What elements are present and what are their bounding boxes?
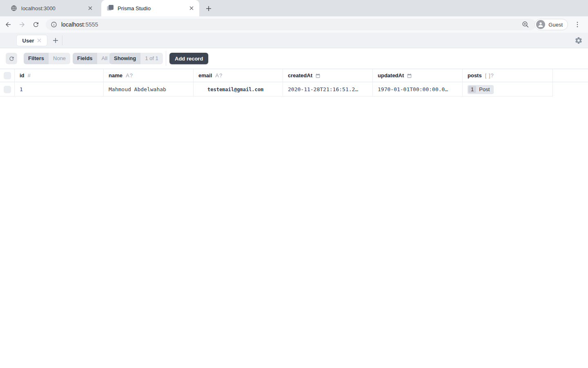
select-all-checkbox[interactable] [4,72,11,79]
zoom-in-icon[interactable] [522,21,529,28]
column-header-updatedAt[interactable]: updatedAt [373,69,463,82]
avatar-icon [536,20,545,29]
url-text: localhost:5555 [61,21,98,28]
tab-close-icon[interactable] [188,4,195,12]
column-header-name[interactable]: name A? [104,69,194,82]
add-record-button[interactable]: Add record [169,53,208,64]
column-header-posts[interactable]: posts [ ]? [463,69,553,82]
browser-tab-strip: localhost:3000 Prisma Studio [0,0,588,16]
filters-control[interactable]: Filters None [24,53,70,64]
prisma-logo-icon [107,5,114,11]
url-host: localhost [61,21,84,28]
studio-model-tabbar: User [0,33,588,48]
forward-icon[interactable] [16,19,28,30]
kebab-menu-icon[interactable] [572,20,582,29]
profile-button[interactable]: Guest [535,19,568,30]
divider [166,51,166,66]
back-icon[interactable] [2,19,14,30]
relation-badge[interactable]: 1 Post [468,85,494,94]
row-checkbox[interactable] [4,86,11,93]
model-tab-user[interactable]: User [16,35,47,46]
add-model-tab-icon[interactable] [51,36,60,45]
browser-toolbar: localhost:5555 Guest [0,16,588,33]
row-filler [553,82,588,96]
fields-control[interactable]: Fields All [73,53,112,64]
model-tab-close-icon[interactable] [37,38,41,43]
tab-title: localhost:3000 [21,5,87,11]
studio-action-bar: Filters None Fields All Showing 1 of 1 A… [0,48,588,69]
divider [62,36,62,45]
table-row[interactable]: 1 Mahmoud Abdelwahab testemail@gmail.com… [0,82,588,96]
select-all-cell [0,69,15,82]
row-select-cell [0,82,15,96]
cell-updatedAt[interactable]: 1970-01-01T00:00:00.0… [373,82,463,96]
calendar-icon [407,73,412,78]
column-header-id[interactable]: id # [15,69,104,82]
records-table: id # name A? email A? createdAt updatedA… [0,69,588,96]
showing-control[interactable]: Showing 1 of 1 [109,53,163,64]
url-port: :5555 [84,21,98,28]
info-icon[interactable] [51,21,57,28]
browser-tab-prisma-studio[interactable]: Prisma Studio [101,0,199,16]
header-filler [553,69,588,82]
showing-label[interactable]: Showing [109,53,140,64]
browser-window: localhost:3000 Prisma Studio [0,0,588,368]
table-header-row: id # name A? email A? createdAt updatedA… [0,69,588,82]
column-header-createdAt[interactable]: createdAt [283,69,373,82]
reload-icon[interactable] [30,19,42,30]
relation-count: 1 [468,86,476,93]
cell-posts[interactable]: 1 Post [463,82,553,96]
cell-id[interactable]: 1 [15,82,104,96]
browser-tab-localhost-3000[interactable]: localhost:3000 [5,0,98,16]
filters-value[interactable]: None [49,53,70,64]
address-bar[interactable]: localhost:5555 [46,19,536,30]
refresh-icon[interactable] [6,53,17,64]
tab-close-icon[interactable] [87,4,94,12]
tab-title: Prisma Studio [118,5,188,11]
new-tab-icon[interactable] [203,3,214,14]
cell-name[interactable]: Mahmoud Abdelwahab [104,82,194,96]
cell-email[interactable]: testemail@gmail.com [194,82,283,96]
fields-label[interactable]: Fields [73,53,97,64]
globe-icon [11,5,17,11]
column-header-email[interactable]: email A? [194,69,283,82]
filters-label[interactable]: Filters [24,53,49,64]
relation-label: Post [476,86,493,93]
calendar-icon [315,73,321,78]
gear-icon[interactable] [575,36,583,45]
showing-value[interactable]: 1 of 1 [140,53,163,64]
cell-createdAt[interactable]: 2020-11-28T21:16:51.2… [283,82,373,96]
model-tab-label: User [22,38,34,44]
profile-label: Guest [548,22,563,28]
